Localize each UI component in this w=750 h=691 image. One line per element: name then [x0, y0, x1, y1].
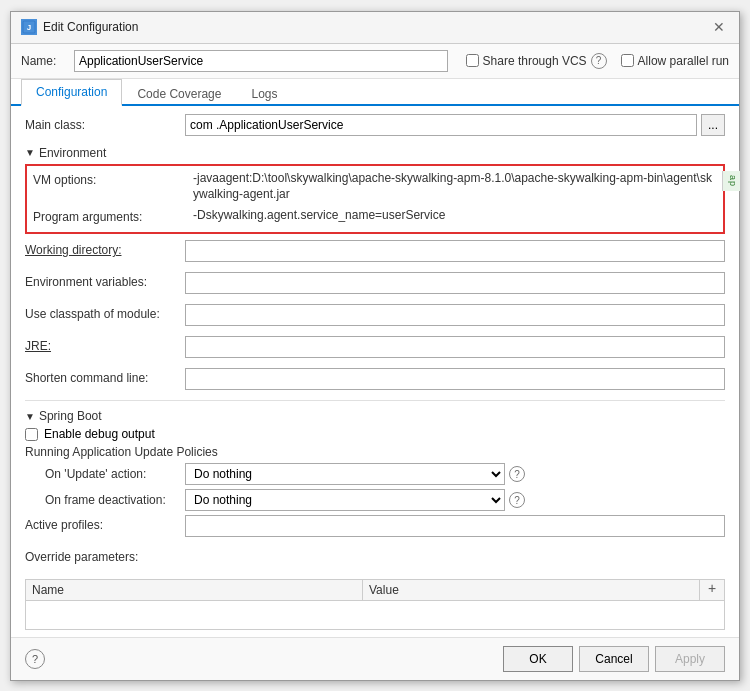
share-vcs-label: Share through VCS	[483, 54, 587, 68]
title-bar: J Edit Configuration ✕	[11, 12, 739, 44]
program-args-value: -Dskywalking.agent.service_name=userServ…	[193, 207, 717, 224]
on-update-select[interactable]: Do nothing Update resources Update class…	[185, 463, 505, 485]
enable-debug-row: Enable debug output	[25, 427, 725, 441]
add-param-button[interactable]: +	[700, 580, 724, 596]
jre-label[interactable]: JRE:	[25, 336, 185, 353]
name-column-header: Name	[26, 580, 363, 600]
active-profiles-row: Active profiles:	[25, 515, 725, 541]
tabs-bar: Configuration Code Coverage Logs	[11, 79, 739, 106]
side-label-ap: ap	[728, 175, 738, 187]
program-args-row: Program arguments: -Dskywalking.agent.se…	[33, 207, 717, 224]
dialog-title: Edit Configuration	[43, 20, 138, 34]
environment-label: Environment	[39, 146, 106, 160]
highlighted-env-section: VM options: -javaagent:D:\tool\skywalkin…	[25, 164, 725, 235]
environment-section-header[interactable]: ▼ Environment	[25, 142, 725, 164]
ok-button[interactable]: OK	[503, 646, 573, 672]
vm-options-row: VM options: -javaagent:D:\tool\skywalkin…	[33, 170, 717, 204]
svg-text:J: J	[27, 23, 31, 32]
enable-debug-checkbox[interactable]	[25, 428, 38, 441]
classpath-label: Use classpath of module:	[25, 304, 185, 321]
vm-options-label: VM options:	[33, 170, 193, 187]
env-variables-label: Environment variables:	[25, 272, 185, 289]
help-button[interactable]: ?	[25, 649, 45, 669]
classpath-row: Use classpath of module:	[25, 304, 725, 330]
table-header: Name Value +	[25, 579, 725, 600]
env-variables-input[interactable]	[185, 272, 725, 294]
tab-logs[interactable]: Logs	[236, 81, 292, 106]
on-frame-select[interactable]: Do nothing Update resources Update class…	[185, 489, 505, 511]
footer: ? OK Cancel Apply	[11, 637, 739, 680]
env-variables-row: Environment variables:	[25, 272, 725, 298]
vm-options-value: -javaagent:D:\tool\skywalking\apache-sky…	[193, 170, 717, 204]
tab-code-coverage[interactable]: Code Coverage	[122, 81, 236, 106]
main-class-row: Main class: ...	[25, 114, 725, 136]
cancel-button[interactable]: Cancel	[579, 646, 649, 672]
shorten-cmd-label: Shorten command line:	[25, 368, 185, 385]
working-directory-label[interactable]: Working directory:	[25, 240, 185, 257]
dialog-icon: J	[21, 19, 37, 35]
tab-configuration[interactable]: Configuration	[21, 79, 122, 106]
working-directory-row: Working directory:	[25, 240, 725, 266]
spring-boot-arrow-icon: ▼	[25, 411, 35, 422]
share-vcs-help-icon[interactable]: ?	[591, 53, 607, 69]
jre-input[interactable]	[185, 336, 725, 358]
override-params-table: Name Value +	[25, 579, 725, 630]
allow-parallel-checkbox[interactable]	[621, 54, 634, 67]
shorten-cmd-row: Shorten command line:	[25, 368, 725, 394]
on-frame-help-icon[interactable]: ?	[509, 492, 525, 508]
name-label: Name:	[21, 54, 66, 68]
close-button[interactable]: ✕	[709, 17, 729, 37]
update-policies-section: On 'Update' action: Do nothing Update re…	[25, 463, 725, 511]
name-row: Name: Share through VCS ? Allow parallel…	[11, 44, 739, 79]
value-column-header: Value	[363, 580, 700, 600]
side-panel: ap	[722, 171, 740, 191]
share-vcs-checkbox[interactable]	[466, 54, 479, 67]
on-update-help-icon[interactable]: ?	[509, 466, 525, 482]
on-frame-row: On frame deactivation: Do nothing Update…	[25, 489, 725, 511]
shorten-cmd-input[interactable]	[185, 368, 725, 390]
main-class-label: Main class:	[25, 118, 185, 132]
environment-arrow-icon: ▼	[25, 147, 35, 158]
override-params-label: Override parameters:	[25, 547, 185, 564]
name-input[interactable]	[74, 50, 448, 72]
program-args-label: Program arguments:	[33, 207, 193, 224]
spring-boot-label: Spring Boot	[39, 409, 102, 423]
jre-row: JRE:	[25, 336, 725, 362]
classpath-input[interactable]	[185, 304, 725, 326]
main-class-input[interactable]	[185, 114, 697, 136]
running-policies-title: Running Application Update Policies	[25, 445, 725, 459]
override-params-table-body	[25, 600, 725, 630]
working-directory-input[interactable]	[185, 240, 725, 262]
spring-boot-header[interactable]: ▼ Spring Boot	[25, 405, 725, 427]
active-profiles-input[interactable]	[185, 515, 725, 537]
allow-parallel-label: Allow parallel run	[638, 54, 729, 68]
content-area: Main class: ... ▼ Environment VM options…	[11, 106, 739, 637]
on-update-label: On 'Update' action:	[25, 467, 185, 481]
on-frame-label: On frame deactivation:	[25, 493, 185, 507]
enable-debug-label: Enable debug output	[44, 427, 155, 441]
override-params-row: Override parameters:	[25, 547, 725, 573]
apply-button[interactable]: Apply	[655, 646, 725, 672]
main-class-browse-button[interactable]: ...	[701, 114, 725, 136]
active-profiles-label: Active profiles:	[25, 515, 185, 532]
on-update-row: On 'Update' action: Do nothing Update re…	[25, 463, 725, 485]
